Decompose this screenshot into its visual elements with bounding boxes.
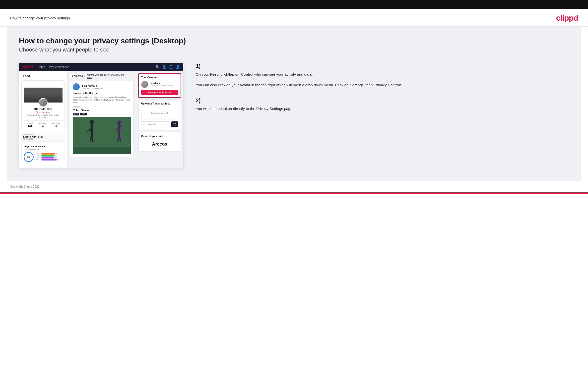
post-header: Blair McHarg Yesterday · Sunningdale — [73, 83, 131, 90]
post-badges: OTT APP — [73, 113, 131, 115]
step-1-number: 1) — [196, 63, 201, 69]
post-image — [73, 117, 131, 154]
coach-avatar — [141, 81, 148, 88]
app-bar — [41, 155, 54, 157]
ott-value: 90 — [56, 153, 58, 155]
performance-title: Player Performance — [24, 145, 63, 148]
duration-value: 01 hr : 30 min — [73, 109, 131, 112]
app-label: APP — [36, 155, 41, 157]
post-title: Lesson with Fordy — [73, 92, 131, 95]
header: How to change your privacy settings clip… — [0, 9, 588, 27]
post-author-avatar — [73, 83, 80, 90]
following-button[interactable]: Following ▾ — [70, 74, 87, 78]
mock-logo: clippd — [22, 65, 33, 69]
mock-nav-links: Home My Performance — [38, 65, 69, 68]
mock-nav: clippd Home My Performance 🔍 👤 🌐 👤 — [19, 63, 183, 71]
globe-icon[interactable]: 🌐 — [169, 65, 173, 69]
manage-coaches-button[interactable]: Manage Your Coaches — [141, 90, 178, 95]
post-author-meta: Yesterday · Sunningdale — [82, 87, 103, 89]
step-2-number: 2) — [196, 97, 201, 104]
arg-label: ARG — [36, 157, 41, 158]
putt-bar-row: PUTT 96 — [36, 159, 63, 160]
control-privacy-link[interactable]: Control who can see your activity and da… — [87, 74, 129, 79]
top-bar — [0, 0, 588, 9]
mock-right-panel: Your Coaches David Ford 📍 Royal North De… — [136, 71, 183, 168]
nav-my-performance[interactable]: My Performance — [49, 65, 69, 68]
chevron-down-icon: ▾ — [84, 75, 85, 77]
putt-bar — [41, 159, 57, 160]
trackman-title: Upload a Trackman Test — [141, 102, 178, 105]
step-1-text-1: On your Feed, click/tap on 'Control who … — [196, 71, 569, 78]
trackman-input-row: Add Link — [141, 121, 178, 127]
step-2-header: 2) — [196, 97, 569, 104]
coaches-title: Your Coaches — [141, 76, 178, 79]
step-1-header: 1) — [196, 63, 569, 69]
person-icon[interactable]: 👤 — [162, 65, 166, 69]
svg-rect-1 — [73, 147, 131, 154]
avatar — [39, 98, 48, 107]
arg-value: 86 — [55, 157, 57, 158]
arrow-right-icon: → — [129, 73, 133, 79]
profile-club: Royal North Devon Golf Club, United King… — [24, 114, 63, 118]
mock-body: Feed Blair McHarg Plus Handicap Royal No… — [19, 71, 183, 168]
mock-feed-main: Following ▾ Control who can see your act… — [67, 71, 136, 168]
footer: Copyright Clippd 2022 — [0, 181, 588, 192]
trackman-input[interactable] — [141, 121, 170, 127]
performance-bars: OTT 90 APP 85 ARG — [36, 153, 63, 161]
profile-handicap: Plus Handicap — [24, 111, 63, 113]
arccos-label: Arccos — [141, 140, 178, 149]
svg-point-2 — [90, 120, 94, 124]
profile-name: Blair McHarg — [24, 107, 63, 111]
step-1: 1) On your Feed, click/tap on 'Control w… — [196, 63, 569, 88]
following-label: Following — [72, 75, 83, 77]
profile-banner — [24, 88, 63, 103]
trackman-card: Upload a Trackman Test Trackman Link Add… — [138, 100, 181, 130]
following-label: Following — [52, 123, 60, 124]
clippd-logo: clippd — [556, 13, 578, 23]
performance-body: 92 OTT 90 APP 85 — [24, 152, 63, 162]
app-value: 85 — [55, 155, 56, 157]
location-icon: 📍 — [150, 85, 152, 86]
followers-value: 3 — [39, 124, 47, 127]
following-value: 4 — [52, 124, 60, 127]
coach-info: David Ford 📍 Royal North Devon Golf Club — [150, 82, 175, 87]
arg-bar — [41, 157, 54, 158]
post-card: Blair McHarg Yesterday · Sunningdale Les… — [70, 81, 133, 157]
step-2-text: You will then be taken directly to the P… — [196, 106, 569, 112]
step-1-text-2: You can also click on your avatar in the… — [196, 82, 569, 88]
coach-item: David Ford 📍 Royal North Devon Golf Club — [141, 81, 178, 88]
page-heading: How to change your privacy settings (Des… — [19, 37, 569, 45]
ott-badge: OTT — [73, 113, 79, 115]
mock-browser: clippd Home My Performance 🔍 👤 🌐 👤 Feed — [19, 63, 183, 168]
profile-card: Blair McHarg Plus Handicap Royal North D… — [21, 80, 65, 130]
page-breadcrumb: How to change your privacy settings — [10, 16, 70, 20]
step-2: 2) You will then be taken directly to th… — [196, 97, 569, 112]
following-stat: Following 4 — [52, 123, 60, 127]
svg-point-7 — [118, 120, 121, 124]
activities-label: Activities — [26, 123, 33, 124]
post-author-name: Blair McHarg — [82, 84, 103, 87]
connect-card: Connect your data Arccos — [138, 132, 181, 152]
activities-value: 131 — [26, 124, 33, 127]
page-subheading: Choose what you want people to see — [19, 47, 569, 53]
app-badge: APP — [80, 113, 87, 115]
ott-bar-row: OTT 90 — [36, 153, 63, 155]
screenshot-area: clippd Home My Performance 🔍 👤 🌐 👤 Feed — [19, 63, 569, 168]
duration-label: Duration — [73, 106, 131, 108]
nav-home[interactable]: Home — [38, 65, 45, 68]
coach-club: 📍 Royal North Devon Golf Club — [150, 85, 175, 87]
avatar-image — [39, 99, 47, 106]
feed-label: Feed — [21, 73, 65, 80]
trackman-placeholder: Trackman Link — [141, 107, 178, 119]
latest-activity-card: Latest Activity Lesson with Fordy 03 Aug… — [21, 132, 65, 142]
app-bar-row: APP 85 — [36, 155, 63, 157]
search-icon[interactable]: 🔍 — [155, 65, 160, 69]
connect-title: Connect your data — [141, 135, 178, 138]
main-content: How to change your privacy settings (Des… — [7, 27, 581, 181]
add-link-button[interactable]: Add Link — [171, 121, 178, 127]
latest-activity: Lesson with Fordy — [23, 136, 63, 138]
avatar-icon[interactable]: 👤 — [176, 65, 180, 69]
followers-label: Followers — [39, 123, 47, 124]
post-author-info: Blair McHarg Yesterday · Sunningdale — [82, 84, 103, 89]
coaches-card: Your Coaches David Ford 📍 Royal North De… — [138, 73, 181, 98]
